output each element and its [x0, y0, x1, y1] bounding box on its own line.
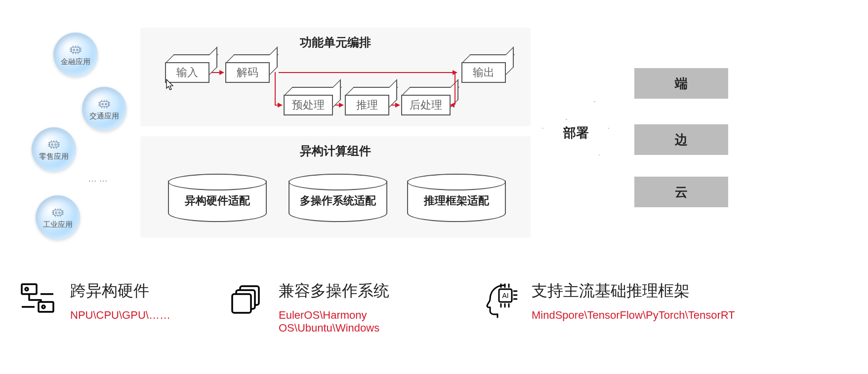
svg-point-8	[55, 144, 56, 145]
svg-point-14	[25, 288, 28, 291]
hardware-icon	[18, 279, 57, 319]
node-postprocess: 后处理	[401, 95, 451, 115]
feature-hw-title: 跨异构硬件	[70, 281, 170, 300]
svg-rect-0	[71, 47, 80, 52]
svg-rect-6	[49, 142, 58, 147]
chip-icon	[96, 98, 113, 110]
arrow-post-join	[451, 105, 455, 106]
ai-head-icon: AI	[479, 279, 519, 319]
svg-rect-12	[22, 284, 37, 294]
cyl-os-label: 多操作系统适配	[300, 193, 376, 208]
panel-hetero-title: 异构计算组件	[140, 143, 531, 159]
node-output-label: 输出	[473, 65, 495, 80]
chip-icon	[49, 207, 66, 219]
svg-point-11	[59, 212, 60, 213]
cyl-hw-label: 异构硬件适配	[185, 193, 250, 208]
svg-rect-9	[53, 210, 62, 215]
arrow-branch-down	[275, 72, 276, 105]
deploy-edge: 边	[634, 124, 728, 155]
bubble-industry: 工业应用	[36, 195, 80, 240]
deploy-edge-label: 边	[675, 131, 688, 149]
feature-hw: 跨异构硬件 NPU\CPU\GPU\……	[18, 279, 215, 322]
deploy-device-label: 端	[675, 75, 688, 92]
chip-icon	[67, 44, 84, 56]
svg-point-1	[73, 49, 75, 50]
feature-fw: AI 支持主流基础推理框架 MindSpore\TensorFlow\PyTor…	[479, 279, 756, 322]
deploy-label: 部署	[563, 124, 589, 142]
cyl-fw: 推理框架适配	[407, 174, 506, 221]
stack-icon	[226, 279, 266, 319]
svg-text:AI: AI	[502, 292, 508, 299]
cyl-hw: 异构硬件适配	[168, 174, 267, 221]
arrow-pre-to-infer	[335, 105, 343, 106]
bubble-traffic-label: 交通应用	[89, 112, 119, 120]
panel-hetero: 异构计算组件 异构硬件适配 多操作系统适配 推理框架适配	[140, 136, 531, 238]
chip-icon	[45, 139, 62, 150]
deploy-cloud-label: 云	[675, 184, 688, 201]
feature-os: 兼容多操作系统 EulerOS\Harmony OS\Ubuntu\Window…	[226, 279, 463, 335]
arrow-decode-output-top	[279, 72, 456, 73]
svg-point-5	[105, 103, 107, 105]
arrow-infer-to-post	[391, 105, 399, 106]
panel-orchestration: 功能单元编排 输入 解码 输出 预处理 推理	[140, 28, 531, 126]
svg-point-10	[55, 212, 57, 213]
svg-rect-13	[39, 302, 53, 312]
cyl-fw-label: 推理框架适配	[424, 193, 489, 208]
node-output: 输出	[461, 62, 506, 83]
arrow-to-preprocess	[275, 105, 282, 106]
bubble-finance: 金融应用	[53, 33, 98, 77]
node-input-label: 输入	[176, 65, 198, 80]
node-infer-label: 推理	[356, 98, 378, 112]
node-postprocess-label: 后处理	[410, 98, 442, 112]
svg-point-15	[42, 305, 45, 308]
svg-rect-3	[100, 102, 108, 107]
panel-orchestration-title: 功能单元编排	[140, 35, 531, 50]
svg-point-7	[51, 144, 53, 145]
bubble-traffic: 交通应用	[82, 87, 126, 131]
node-decode: 解码	[225, 62, 270, 83]
bubble-ellipsis: ……	[88, 174, 110, 184]
node-infer: 推理	[345, 95, 389, 115]
node-preprocess-label: 预处理	[292, 98, 325, 112]
bubble-industry-label: 工业应用	[43, 221, 73, 229]
svg-point-2	[77, 49, 78, 50]
node-decode-label: 解码	[237, 65, 258, 80]
svg-rect-18	[232, 294, 251, 313]
arrow-branch-up	[455, 72, 455, 105]
cyl-os: 多操作系统适配	[289, 174, 387, 221]
node-input: 输入	[165, 62, 209, 83]
bubble-retail: 零售应用	[32, 127, 76, 172]
bubble-finance-label: 金融应用	[61, 58, 90, 66]
feature-fw-title: 支持主流基础推理框架	[532, 281, 735, 300]
feature-os-sub: EulerOS\Harmony OS\Ubuntu\Windows	[279, 309, 463, 335]
deploy-device: 端	[634, 68, 728, 99]
bubble-retail-label: 零售应用	[39, 152, 69, 161]
feature-fw-sub: MindSpore\TensorFlow\PyTorch\TensorRT	[532, 309, 735, 322]
svg-point-4	[102, 103, 103, 105]
node-preprocess: 预处理	[284, 95, 333, 115]
feature-os-title: 兼容多操作系统	[279, 281, 463, 300]
deploy-cloud: 云	[634, 177, 728, 207]
feature-hw-sub: NPU\CPU\GPU\……	[70, 309, 170, 322]
arrow-input-decode	[211, 72, 223, 73]
